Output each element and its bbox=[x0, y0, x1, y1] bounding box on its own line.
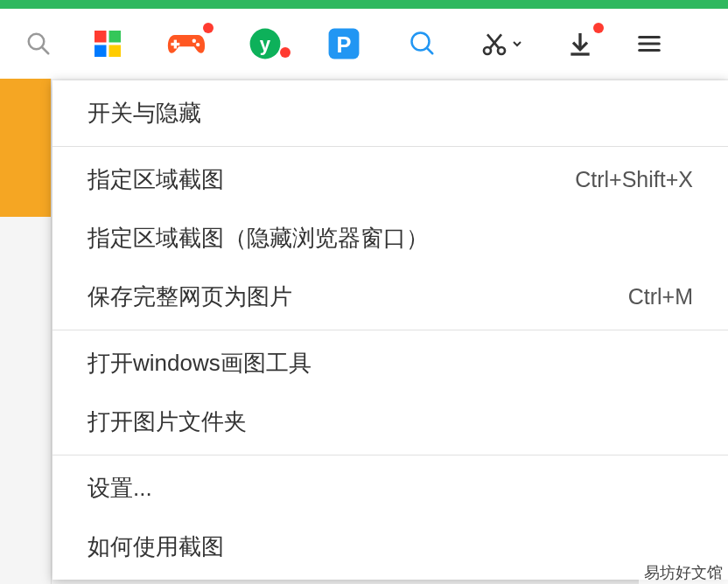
download-button[interactable] bbox=[541, 9, 620, 79]
svg-text:y: y bbox=[260, 33, 271, 55]
hamburger-menu-icon bbox=[636, 31, 662, 57]
svg-line-18 bbox=[490, 34, 501, 48]
menu-item-label: 设置... bbox=[88, 473, 693, 504]
vertical-divider bbox=[51, 79, 52, 584]
watermark: 易坊好文馆 bbox=[639, 561, 728, 584]
svg-line-19 bbox=[487, 34, 499, 48]
circle-search-button[interactable] bbox=[383, 9, 462, 79]
menu-item-capture-area-hidden[interactable]: 指定区域截图（隐藏浏览器窗口） bbox=[52, 209, 728, 268]
p-app-button[interactable]: P bbox=[304, 9, 383, 79]
svg-line-15 bbox=[427, 48, 432, 53]
menu-item-capture-area[interactable]: 指定区域截图 Ctrl+Shift+X bbox=[52, 150, 728, 209]
menu-item-how-to[interactable]: 如何使用截图 bbox=[52, 518, 728, 576]
gamepad-icon bbox=[167, 29, 206, 59]
circle-search-icon bbox=[410, 31, 436, 57]
download-icon bbox=[566, 30, 594, 58]
menu-item-shortcut: Ctrl+M bbox=[628, 284, 693, 309]
notification-badge bbox=[203, 23, 214, 33]
scissors-icon bbox=[480, 30, 508, 58]
svg-line-1 bbox=[42, 47, 49, 54]
apps-grid-icon bbox=[92, 28, 123, 59]
menu-item-save-page-image[interactable]: 保存完整网页为图片 Ctrl+M bbox=[52, 268, 728, 326]
notification-badge bbox=[280, 47, 290, 58]
notification-badge bbox=[593, 23, 604, 33]
menu-item-label: 打开windows画图工具 bbox=[88, 348, 693, 379]
apps-button[interactable] bbox=[68, 9, 147, 79]
svg-rect-2 bbox=[94, 31, 107, 43]
menu-button[interactable] bbox=[620, 9, 679, 79]
svg-rect-4 bbox=[94, 45, 107, 58]
menu-item-open-folder[interactable]: 打开图片文件夹 bbox=[52, 393, 728, 451]
menu-item-settings[interactable]: 设置... bbox=[52, 459, 728, 518]
menu-item-toggle-hide[interactable]: 开关与隐藏 bbox=[52, 84, 728, 143]
p-square-icon: P bbox=[327, 27, 360, 60]
menu-item-label: 开关与隐藏 bbox=[88, 98, 693, 129]
svg-rect-3 bbox=[109, 31, 122, 43]
svg-rect-7 bbox=[171, 43, 179, 45]
svg-point-9 bbox=[196, 43, 200, 46]
toolbar: y P bbox=[0, 9, 728, 79]
menu-item-shortcut: Ctrl+Shift+X bbox=[575, 167, 693, 192]
search-button[interactable] bbox=[9, 9, 68, 79]
svg-rect-5 bbox=[109, 45, 122, 58]
menu-item-label: 指定区域截图 bbox=[88, 164, 575, 195]
menu-item-label: 如何使用截图 bbox=[88, 532, 693, 562]
svg-point-8 bbox=[192, 39, 196, 43]
sidebar-accent bbox=[0, 79, 51, 217]
chevron-down-icon bbox=[512, 38, 522, 49]
svg-text:P: P bbox=[337, 32, 352, 57]
search-icon bbox=[25, 31, 52, 57]
y-circle-icon: y bbox=[248, 27, 282, 60]
menu-item-label: 打开图片文件夹 bbox=[88, 407, 693, 437]
screenshot-dropdown-menu: 开关与隐藏 指定区域截图 Ctrl+Shift+X 指定区域截图（隐藏浏览器窗口… bbox=[52, 80, 728, 580]
menu-item-label: 指定区域截图（隐藏浏览器窗口） bbox=[88, 223, 693, 254]
screenshot-button[interactable] bbox=[462, 9, 541, 79]
window-title-bar bbox=[0, 0, 728, 9]
y-app-button[interactable]: y bbox=[226, 9, 304, 79]
menu-item-label: 保存完整网页为图片 bbox=[88, 282, 628, 312]
menu-item-open-paint[interactable]: 打开windows画图工具 bbox=[52, 334, 728, 393]
games-button[interactable] bbox=[147, 9, 226, 79]
